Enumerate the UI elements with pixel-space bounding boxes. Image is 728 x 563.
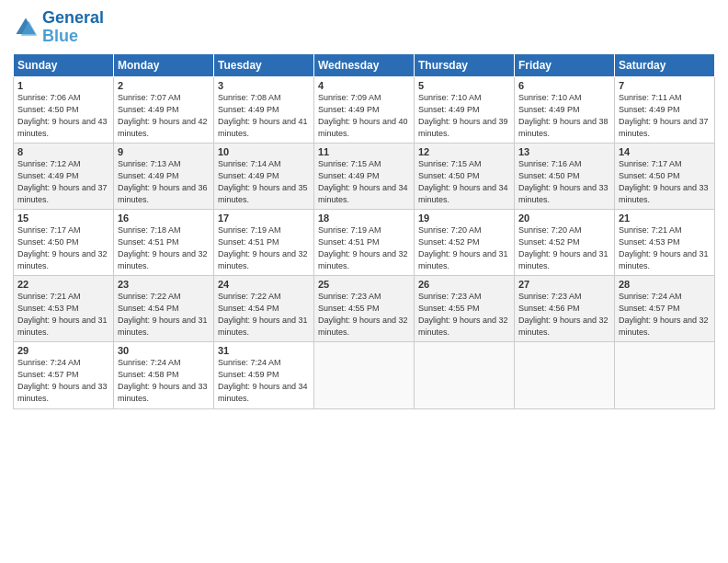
day-number: 16 <box>118 213 210 224</box>
day-number: 23 <box>118 279 210 290</box>
day-number: 12 <box>418 146 510 157</box>
day-number: 15 <box>17 213 109 224</box>
day-info: Sunrise: 7:10 AMSunset: 4:49 PMDaylight:… <box>418 92 510 140</box>
day-info: Sunrise: 7:23 AMSunset: 4:55 PMDaylight:… <box>318 291 410 339</box>
day-cell: 16Sunrise: 7:18 AMSunset: 4:51 PMDayligh… <box>114 209 214 275</box>
day-cell: 22Sunrise: 7:21 AMSunset: 4:53 PMDayligh… <box>14 276 114 342</box>
day-info: Sunrise: 7:20 AMSunset: 4:52 PMDaylight:… <box>418 224 510 272</box>
day-cell: 14Sunrise: 7:17 AMSunset: 4:50 PMDayligh… <box>615 143 715 209</box>
logo: General Blue <box>13 9 104 46</box>
day-info: Sunrise: 7:11 AMSunset: 4:49 PMDaylight:… <box>619 92 711 140</box>
day-cell <box>314 342 415 408</box>
day-info: Sunrise: 7:16 AMSunset: 4:50 PMDaylight:… <box>518 158 610 206</box>
day-cell: 5Sunrise: 7:10 AMSunset: 4:49 PMDaylight… <box>415 76 515 143</box>
day-cell: 23Sunrise: 7:22 AMSunset: 4:54 PMDayligh… <box>114 276 214 342</box>
week-row-3: 15Sunrise: 7:17 AMSunset: 4:50 PMDayligh… <box>14 209 715 275</box>
day-cell: 28Sunrise: 7:24 AMSunset: 4:57 PMDayligh… <box>615 276 715 342</box>
day-number: 25 <box>318 279 410 290</box>
day-number: 21 <box>619 213 711 224</box>
day-info: Sunrise: 7:20 AMSunset: 4:52 PMDaylight:… <box>518 224 610 272</box>
week-row-4: 22Sunrise: 7:21 AMSunset: 4:53 PMDayligh… <box>14 276 715 342</box>
day-cell: 20Sunrise: 7:20 AMSunset: 4:52 PMDayligh… <box>515 209 615 275</box>
day-cell: 31Sunrise: 7:24 AMSunset: 4:59 PMDayligh… <box>214 342 314 408</box>
calendar-header: SundayMondayTuesdayWednesdayThursdayFrid… <box>14 53 715 76</box>
day-cell: 15Sunrise: 7:17 AMSunset: 4:50 PMDayligh… <box>14 209 114 275</box>
day-info: Sunrise: 7:06 AMSunset: 4:50 PMDaylight:… <box>17 92 109 140</box>
day-info: Sunrise: 7:19 AMSunset: 4:51 PMDaylight:… <box>318 224 410 272</box>
header-cell-friday: Friday <box>515 53 615 76</box>
day-info: Sunrise: 7:09 AMSunset: 4:49 PMDaylight:… <box>318 92 410 140</box>
page-header: General Blue <box>13 9 715 46</box>
day-info: Sunrise: 7:24 AMSunset: 4:58 PMDaylight:… <box>118 357 210 405</box>
day-info: Sunrise: 7:22 AMSunset: 4:54 PMDaylight:… <box>218 291 310 339</box>
day-info: Sunrise: 7:17 AMSunset: 4:50 PMDaylight:… <box>17 224 109 272</box>
day-info: Sunrise: 7:07 AMSunset: 4:49 PMDaylight:… <box>118 92 210 140</box>
header-row: SundayMondayTuesdayWednesdayThursdayFrid… <box>14 53 715 76</box>
week-row-2: 8Sunrise: 7:12 AMSunset: 4:49 PMDaylight… <box>14 143 715 209</box>
header-cell-sunday: Sunday <box>14 53 114 76</box>
day-cell: 4Sunrise: 7:09 AMSunset: 4:49 PMDaylight… <box>314 76 415 143</box>
day-cell: 7Sunrise: 7:11 AMSunset: 4:49 PMDaylight… <box>615 76 715 143</box>
day-info: Sunrise: 7:21 AMSunset: 4:53 PMDaylight:… <box>17 291 109 339</box>
day-number: 19 <box>418 213 510 224</box>
day-info: Sunrise: 7:21 AMSunset: 4:53 PMDaylight:… <box>619 224 711 272</box>
day-info: Sunrise: 7:24 AMSunset: 4:57 PMDaylight:… <box>17 357 109 405</box>
page-container: General Blue SundayMondayTuesdayWednesda… <box>0 0 728 417</box>
day-cell: 26Sunrise: 7:23 AMSunset: 4:55 PMDayligh… <box>415 276 515 342</box>
day-number: 29 <box>17 345 109 356</box>
week-row-5: 29Sunrise: 7:24 AMSunset: 4:57 PMDayligh… <box>14 342 715 408</box>
day-number: 20 <box>518 213 610 224</box>
day-number: 11 <box>318 146 410 157</box>
day-cell: 2Sunrise: 7:07 AMSunset: 4:49 PMDaylight… <box>114 76 214 143</box>
day-info: Sunrise: 7:12 AMSunset: 4:49 PMDaylight:… <box>17 158 109 206</box>
day-info: Sunrise: 7:23 AMSunset: 4:56 PMDaylight:… <box>518 291 610 339</box>
day-cell: 18Sunrise: 7:19 AMSunset: 4:51 PMDayligh… <box>314 209 415 275</box>
day-number: 4 <box>318 80 410 91</box>
day-number: 7 <box>619 80 711 91</box>
day-cell: 30Sunrise: 7:24 AMSunset: 4:58 PMDayligh… <box>114 342 214 408</box>
day-number: 22 <box>17 279 109 290</box>
day-cell: 17Sunrise: 7:19 AMSunset: 4:51 PMDayligh… <box>214 209 314 275</box>
day-info: Sunrise: 7:14 AMSunset: 4:49 PMDaylight:… <box>218 158 310 206</box>
day-cell: 24Sunrise: 7:22 AMSunset: 4:54 PMDayligh… <box>214 276 314 342</box>
day-number: 24 <box>218 279 310 290</box>
day-info: Sunrise: 7:22 AMSunset: 4:54 PMDaylight:… <box>118 291 210 339</box>
day-info: Sunrise: 7:17 AMSunset: 4:50 PMDaylight:… <box>619 158 711 206</box>
day-number: 8 <box>17 146 109 157</box>
day-info: Sunrise: 7:24 AMSunset: 4:57 PMDaylight:… <box>619 291 711 339</box>
day-number: 26 <box>418 279 510 290</box>
day-number: 6 <box>518 80 610 91</box>
header-cell-saturday: Saturday <box>615 53 715 76</box>
day-cell <box>615 342 715 408</box>
header-cell-tuesday: Tuesday <box>214 53 314 76</box>
day-number: 30 <box>118 345 210 356</box>
day-info: Sunrise: 7:10 AMSunset: 4:49 PMDaylight:… <box>518 92 610 140</box>
day-info: Sunrise: 7:08 AMSunset: 4:49 PMDaylight:… <box>218 92 310 140</box>
day-number: 14 <box>619 146 711 157</box>
day-cell <box>515 342 615 408</box>
day-number: 18 <box>318 213 410 224</box>
day-number: 3 <box>218 80 310 91</box>
day-number: 13 <box>518 146 610 157</box>
day-cell: 3Sunrise: 7:08 AMSunset: 4:49 PMDaylight… <box>214 76 314 143</box>
day-cell: 25Sunrise: 7:23 AMSunset: 4:55 PMDayligh… <box>314 276 415 342</box>
day-info: Sunrise: 7:23 AMSunset: 4:55 PMDaylight:… <box>418 291 510 339</box>
week-row-1: 1Sunrise: 7:06 AMSunset: 4:50 PMDaylight… <box>14 76 715 143</box>
day-number: 9 <box>118 146 210 157</box>
day-number: 1 <box>17 80 109 91</box>
day-number: 31 <box>218 345 310 356</box>
day-info: Sunrise: 7:24 AMSunset: 4:59 PMDaylight:… <box>218 357 310 405</box>
day-info: Sunrise: 7:15 AMSunset: 4:49 PMDaylight:… <box>318 158 410 206</box>
day-number: 10 <box>218 146 310 157</box>
day-cell: 11Sunrise: 7:15 AMSunset: 4:49 PMDayligh… <box>314 143 415 209</box>
day-number: 2 <box>118 80 210 91</box>
header-cell-monday: Monday <box>114 53 214 76</box>
day-number: 28 <box>619 279 711 290</box>
day-cell: 10Sunrise: 7:14 AMSunset: 4:49 PMDayligh… <box>214 143 314 209</box>
calendar-body: 1Sunrise: 7:06 AMSunset: 4:50 PMDaylight… <box>14 76 715 408</box>
day-cell: 27Sunrise: 7:23 AMSunset: 4:56 PMDayligh… <box>515 276 615 342</box>
day-cell: 19Sunrise: 7:20 AMSunset: 4:52 PMDayligh… <box>415 209 515 275</box>
day-info: Sunrise: 7:19 AMSunset: 4:51 PMDaylight:… <box>218 224 310 272</box>
day-cell: 13Sunrise: 7:16 AMSunset: 4:50 PMDayligh… <box>515 143 615 209</box>
logo-text: General Blue <box>42 9 104 46</box>
